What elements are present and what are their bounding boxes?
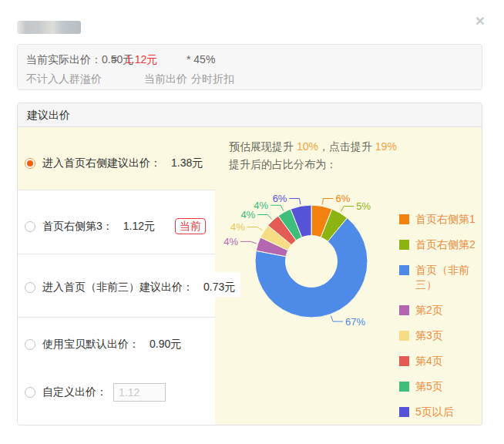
impression-lift-value: 10% <box>297 140 318 153</box>
legend-swatch <box>399 331 409 341</box>
current-badge: 当前 <box>175 218 206 234</box>
legend-item-0[interactable]: 首页右侧第1 <box>399 212 481 227</box>
legend-swatch <box>399 214 409 224</box>
radio-icon[interactable] <box>25 387 35 398</box>
chart-legend: 首页右侧第1首页右侧第2首页（非前三）第2页第3页第4页第5页5页以后 <box>399 212 481 426</box>
redacted-title <box>17 21 81 34</box>
pie-label: 6% <box>336 193 351 204</box>
bid-option-row-homepage-right-3rd[interactable]: 首页右侧第3： 1.12元 当前 <box>25 218 206 234</box>
legend-swatch <box>399 265 409 275</box>
pie-label-line <box>247 227 263 230</box>
current-actual-bid-label: 当前实际出价：0.50元 <box>26 53 133 67</box>
option-label: 使用宝贝默认出价： <box>42 338 139 352</box>
legend-item-1[interactable]: 首页右侧第2 <box>399 237 481 252</box>
radio-icon[interactable] <box>25 221 35 232</box>
legend-item-7[interactable]: 5页以后 <box>399 405 481 419</box>
legend-swatch <box>399 240 409 250</box>
legend-label: 第5页 <box>415 379 479 394</box>
current-bid-bar: 当前实际出价：0.50元 = 1.12元 * 45% 不计入人群溢价 当前出价 … <box>17 44 482 90</box>
radio-icon[interactable] <box>25 282 35 293</box>
pie-label-line <box>322 198 333 204</box>
current-bid-value: 1.12元 <box>126 53 157 67</box>
discount-multiplier: * 45% <box>186 53 215 66</box>
legend-item-2[interactable]: 首页（非前三） <box>399 263 481 292</box>
option-price: 1.12元 <box>123 220 155 234</box>
legend-label: 首页（非前三） <box>415 263 479 292</box>
pie-label: 4% <box>230 221 245 233</box>
bid-option-row-custom[interactable]: 自定义出价： <box>25 383 166 402</box>
pie-label-line <box>289 198 300 204</box>
pie-label: 4% <box>254 200 268 211</box>
equals-sign: = <box>111 53 117 66</box>
pie-label: 4% <box>223 236 238 247</box>
pie-label: 6% <box>273 193 287 204</box>
close-icon[interactable]: × <box>472 12 489 29</box>
bid-option-row-item-default[interactable]: 使用宝贝默认出价： 0.90元 <box>25 338 181 352</box>
legend-label: 第3页 <box>415 328 479 343</box>
lift-summary-line: 预估展现提升 10%，点击提升 19% <box>229 140 397 154</box>
legend-item-4[interactable]: 第3页 <box>399 328 481 343</box>
option-label: 进入首页（非前三）建议出价： <box>42 281 193 294</box>
pie-label-line <box>257 214 271 219</box>
legend-swatch <box>399 382 409 392</box>
legend-item-5[interactable]: 第4页 <box>399 354 481 368</box>
pie-label-line <box>270 205 284 210</box>
legend-label: 5页以后 <box>415 405 479 419</box>
pie-label-line <box>331 316 343 322</box>
option-label: 进入首页右侧建议出价： <box>42 156 161 170</box>
bid-option-row-homepage-not-top3[interactable]: 进入首页（非前三）建议出价： 0.73元 <box>25 281 235 294</box>
suggest-bid-panel: 建议出价 进入首页右侧建议出价： 1.38元 首页右侧第3： 1.12元 当前 … <box>17 103 482 426</box>
divider <box>18 254 215 254</box>
legend-swatch <box>399 407 409 417</box>
custom-bid-input[interactable] <box>113 383 166 402</box>
note-current-bid: 当前出价 <box>144 72 187 86</box>
radio-icon[interactable] <box>25 339 35 350</box>
pie-label-line <box>341 207 354 212</box>
legend-label: 首页右侧第1 <box>415 212 479 227</box>
legend-label: 第2页 <box>415 303 479 318</box>
pie-label: 5% <box>356 200 371 212</box>
note-time-discount: 分时折扣 <box>191 72 234 86</box>
bid-dialog: × 当前实际出价：0.50元 = 1.12元 * 45% 不计入人群溢价 当前出… <box>0 0 504 444</box>
pie-label-line <box>240 241 257 243</box>
suggest-bid-content: 进入首页右侧建议出价： 1.38元 首页右侧第3： 1.12元 当前 进入首页（… <box>18 127 482 426</box>
donut-chart: 6%5%67%4%4%4%4%6% <box>207 169 415 354</box>
legend-label: 第4页 <box>415 354 479 368</box>
legend-swatch <box>399 356 409 366</box>
suggest-bid-title: 建议出价 <box>18 103 482 127</box>
option-price: 1.38元 <box>171 156 203 170</box>
option-label: 首页右侧第3： <box>42 220 113 234</box>
radio-selected-icon[interactable] <box>25 158 35 169</box>
click-lift-value: 19% <box>375 140 397 153</box>
divider <box>18 317 215 318</box>
option-label: 自定义出价： <box>42 385 107 399</box>
legend-item-3[interactable]: 第2页 <box>399 303 481 318</box>
note-no-crowd-premium: 不计入人群溢价 <box>26 72 102 86</box>
legend-label: 首页右侧第2 <box>415 237 479 252</box>
option-price: 0.90元 <box>150 338 181 352</box>
legend-item-6[interactable]: 第5页 <box>399 379 481 394</box>
lift-prefix: 预估展现提升 <box>229 140 297 153</box>
bid-option-row-homepage-right[interactable]: 进入首页右侧建议出价： 1.38元 <box>25 156 203 170</box>
pie-label: 67% <box>345 316 365 328</box>
legend-swatch <box>399 305 409 315</box>
lift-middle: ，点击提升 <box>318 140 375 153</box>
